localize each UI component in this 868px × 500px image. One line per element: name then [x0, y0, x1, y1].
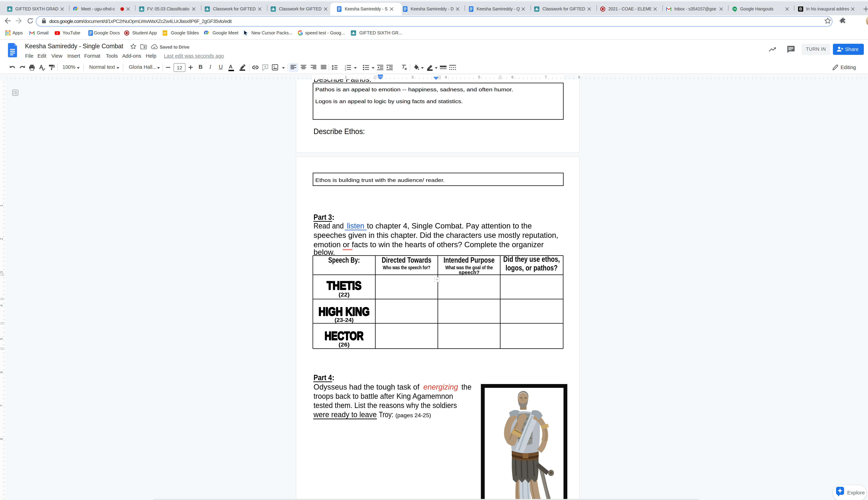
svg-text:Did they use ethos,: Did they use ethos, — [503, 255, 560, 263]
svg-text::: : — [332, 213, 334, 221]
svg-text:emotion or facts to win the he: emotion or facts to win the hearts of ot… — [313, 240, 544, 249]
svg-text:(22): (22) — [339, 292, 350, 298]
svg-text:B: B — [799, 7, 802, 11]
svg-text:Intended Purpose: Intended Purpose — [444, 256, 494, 264]
svg-text:the: the — [461, 383, 471, 391]
svg-text:(23-24): (23-24) — [334, 317, 354, 323]
svg-text:were ready to leave: were ready to leave — [313, 410, 377, 419]
svg-text:Directed Towards: Directed Towards — [382, 256, 431, 264]
svg-text:Describe Ethos:: Describe Ethos: — [313, 127, 365, 136]
svg-text:HECTOR: HECTOR — [324, 329, 364, 342]
svg-text:THETIS: THETIS — [327, 279, 362, 292]
svg-text:speeches given in this chapter: speeches given in this chapter. Did the … — [313, 231, 558, 239]
svg-text:Read and: Read and — [313, 221, 344, 230]
svg-text:logos, or pathos?: logos, or pathos? — [505, 263, 558, 272]
svg-text:Part 3: Part 3 — [313, 213, 332, 221]
svg-text:Who was the speech for?: Who was the speech for? — [383, 264, 430, 270]
svg-text:Pathos is an appeal to emotion: Pathos is an appeal to emotion -- happin… — [315, 87, 513, 92]
svg-text:(pages 24-25): (pages 24-25) — [395, 412, 431, 418]
svg-text:listen: listen — [347, 221, 364, 230]
svg-text:tested them. List the reasons: tested them. List the reasons why the so… — [313, 401, 457, 410]
svg-text:energizing: energizing — [423, 383, 458, 391]
svg-text:Logos is an appeal to logic by: Logos is an appeal to logic by using fac… — [315, 99, 463, 104]
svg-text:(26): (26) — [339, 341, 350, 348]
svg-text:Troy:: Troy: — [379, 410, 393, 419]
svg-text:Speech By:: Speech By: — [328, 256, 360, 264]
svg-text:Part 4: Part 4 — [313, 373, 332, 382]
svg-text::: : — [332, 373, 334, 382]
svg-text:troops back to battle after Ki: troops back to battle after King Agamemn… — [313, 392, 453, 400]
svg-text:HIGH KING: HIGH KING — [319, 305, 369, 318]
svg-text:3: 3 — [345, 69, 346, 71]
svg-text:Ethos is building trust with t: Ethos is building trust with the audienc… — [315, 177, 445, 183]
svg-text:Odysseus had the tough task of: Odysseus had the tough task of — [313, 383, 420, 391]
svg-text:below.: below. — [313, 248, 335, 257]
svg-text:to chapter 4, Single Combat.: to chapter 4, Single Combat. Pay attenti… — [367, 221, 532, 230]
svg-text:speech?: speech? — [459, 270, 479, 275]
